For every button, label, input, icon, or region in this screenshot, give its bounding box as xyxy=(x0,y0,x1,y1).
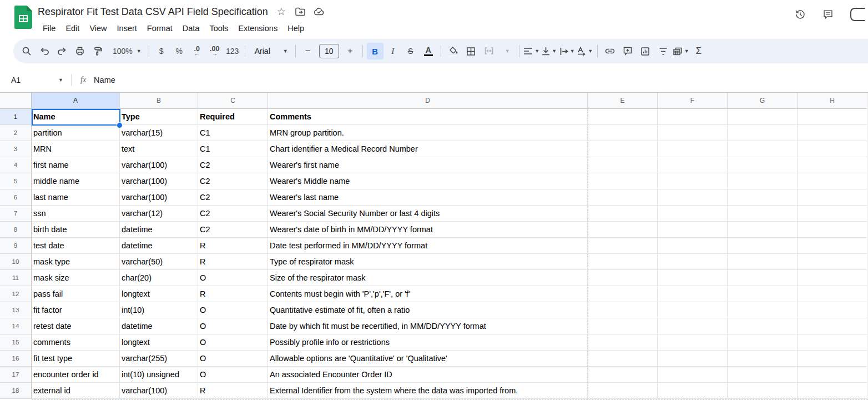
cell-F2[interactable] xyxy=(658,125,728,141)
row-header-13[interactable]: 13 xyxy=(0,302,32,318)
cell-F16[interactable] xyxy=(658,351,728,367)
zoom-select[interactable]: 100%▼ xyxy=(107,43,145,59)
cell-F12[interactable] xyxy=(658,286,728,302)
cell-H16[interactable] xyxy=(798,351,867,367)
font-family-select[interactable]: Arial▼ xyxy=(249,43,291,59)
row-header-4[interactable]: 4 xyxy=(0,157,32,173)
cell-A2[interactable]: partition xyxy=(32,125,120,141)
insert-comment-icon[interactable] xyxy=(619,43,636,59)
cell-A13[interactable]: fit factor xyxy=(32,302,120,318)
cell-A5[interactable]: middle name xyxy=(32,173,120,189)
cell-F3[interactable] xyxy=(658,141,728,157)
name-box-caret-icon[interactable]: ▼ xyxy=(58,77,63,83)
select-all-corner[interactable] xyxy=(0,93,32,109)
cell-G16[interactable] xyxy=(728,351,798,367)
cell-C3[interactable]: C1 xyxy=(198,141,268,157)
cell-E9[interactable] xyxy=(588,238,658,254)
column-header-A[interactable]: A xyxy=(32,93,120,109)
cell-H15[interactable] xyxy=(798,334,867,351)
cell-E14[interactable] xyxy=(588,318,658,334)
cell-F9[interactable] xyxy=(658,238,728,254)
cell-E12[interactable] xyxy=(588,286,658,302)
cell-C12[interactable]: R xyxy=(198,286,268,302)
row-header-2[interactable]: 2 xyxy=(0,125,32,141)
row-header-10[interactable]: 10 xyxy=(0,254,32,270)
cell-B5[interactable]: varchar(100) xyxy=(120,173,198,189)
column-header-C[interactable]: C xyxy=(198,93,268,109)
cell-A18[interactable]: external id xyxy=(32,383,120,399)
decrease-decimal-button[interactable]: .0← xyxy=(189,43,205,59)
redo-icon[interactable] xyxy=(54,43,70,59)
cell-G3[interactable] xyxy=(728,141,798,157)
cell-E15[interactable] xyxy=(588,334,658,351)
cell-H13[interactable] xyxy=(798,302,867,318)
cell-C9[interactable]: R xyxy=(198,238,268,254)
undo-icon[interactable] xyxy=(36,43,53,59)
cell-C14[interactable]: O xyxy=(198,318,268,334)
cell-G1[interactable] xyxy=(728,109,798,125)
cell-G14[interactable] xyxy=(728,318,798,334)
cell-H7[interactable] xyxy=(798,206,867,222)
cell-E7[interactable] xyxy=(588,206,658,222)
cell-G12[interactable] xyxy=(728,286,798,302)
cell-H9[interactable] xyxy=(798,238,867,254)
cell-F15[interactable] xyxy=(658,334,728,351)
column-header-D[interactable]: D xyxy=(268,93,588,109)
horizontal-align-icon[interactable]: ▼ xyxy=(523,43,540,59)
cell-B12[interactable]: longtext xyxy=(120,286,198,302)
cell-F7[interactable] xyxy=(658,206,728,222)
cell-D11[interactable]: Size of the respirator mask xyxy=(268,270,588,286)
cell-G4[interactable] xyxy=(728,157,798,173)
cell-B4[interactable]: varchar(100) xyxy=(120,157,198,173)
cell-B14[interactable]: datetime xyxy=(120,318,198,334)
cell-A17[interactable]: encounter order id xyxy=(32,367,120,383)
cell-A16[interactable]: fit test type xyxy=(32,351,120,367)
cell-B18[interactable]: varchar(100) xyxy=(120,383,198,399)
paint-format-icon[interactable] xyxy=(89,43,106,59)
cell-G10[interactable] xyxy=(728,254,798,270)
cell-A3[interactable]: MRN xyxy=(32,141,120,157)
italic-button[interactable]: I xyxy=(385,43,401,59)
cell-A7[interactable]: ssn xyxy=(32,206,120,222)
row-header-5[interactable]: 5 xyxy=(0,173,32,189)
cell-F8[interactable] xyxy=(658,222,728,238)
cell-G15[interactable] xyxy=(728,334,798,351)
cell-D12[interactable]: Contents must begin with 'P','p','F', or… xyxy=(268,286,588,302)
column-header-B[interactable]: B xyxy=(120,93,198,109)
cell-E2[interactable] xyxy=(588,125,658,141)
cell-A10[interactable]: mask type xyxy=(32,254,120,270)
currency-format-button[interactable]: $ xyxy=(153,43,170,59)
cell-G17[interactable] xyxy=(728,367,798,383)
cell-E1[interactable] xyxy=(588,109,658,125)
cell-F17[interactable] xyxy=(658,367,728,383)
menu-tools[interactable]: Tools xyxy=(204,22,233,34)
cell-D3[interactable]: Chart identifier a Medical Record Number xyxy=(268,141,588,157)
cell-E8[interactable] xyxy=(588,222,658,238)
cell-B2[interactable]: varchar(15) xyxy=(120,125,198,141)
menu-data[interactable]: Data xyxy=(178,22,205,34)
cell-A12[interactable]: pass fail xyxy=(32,286,120,302)
cell-B15[interactable]: longtext xyxy=(120,334,198,351)
formula-input[interactable]: Name xyxy=(94,76,115,84)
cell-F13[interactable] xyxy=(658,302,728,318)
cell-B16[interactable]: varchar(255) xyxy=(120,351,198,367)
cell-G6[interactable] xyxy=(728,189,798,206)
row-header-9[interactable]: 9 xyxy=(0,238,32,254)
filter-views-icon[interactable]: ▼ xyxy=(673,43,689,59)
share-button-partial-icon[interactable] xyxy=(850,8,865,21)
cloud-saved-icon[interactable] xyxy=(314,6,325,17)
row-header-1[interactable]: 1 xyxy=(0,109,32,125)
cell-F10[interactable] xyxy=(658,254,728,270)
insert-chart-icon[interactable] xyxy=(637,43,654,59)
cell-F14[interactable] xyxy=(658,318,728,334)
cell-C8[interactable]: C2 xyxy=(198,222,268,238)
cell-A9[interactable]: test date xyxy=(32,238,120,254)
cell-B9[interactable]: datetime xyxy=(120,238,198,254)
column-header-H[interactable]: H xyxy=(798,93,867,109)
text-wrapping-icon[interactable]: ▼ xyxy=(559,43,576,59)
text-color-button[interactable]: A xyxy=(420,43,437,59)
cell-G2[interactable] xyxy=(728,125,798,141)
cell-B7[interactable]: varchar(12) xyxy=(120,206,198,222)
document-title[interactable]: Respirator Fit Test Data CSV API Field S… xyxy=(38,6,268,18)
cell-D1[interactable]: Comments xyxy=(268,109,588,125)
